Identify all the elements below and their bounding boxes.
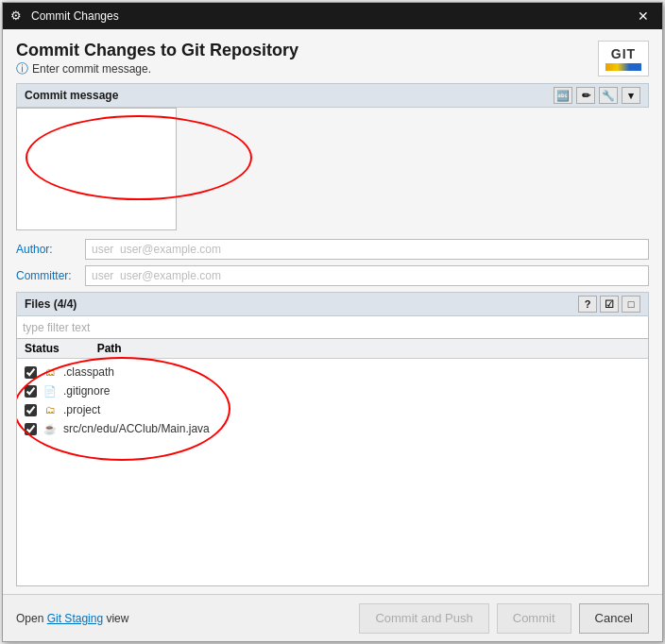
header-left: Commit Changes to Git Repository ⓘ Enter… — [16, 41, 298, 77]
title-bar-text: Commit Changes — [31, 9, 119, 23]
footer-left: Open Git Staging view — [16, 612, 128, 625]
author-row: Author: — [16, 239, 649, 260]
dialog-title: Commit Changes to Git Repository — [16, 41, 298, 60]
file-checkbox-project[interactable] — [25, 404, 37, 416]
settings-icon[interactable]: 🔧 — [599, 87, 618, 104]
author-input[interactable] — [85, 239, 649, 260]
dialog-header: Commit Changes to Git Repository ⓘ Enter… — [16, 41, 649, 77]
file-checkbox-java[interactable] — [25, 423, 37, 435]
dialog-footer: Open Git Staging view Commit and Push Co… — [3, 594, 662, 641]
files-table: Status Path 🗂 .classpath 📄 .gitignore — [16, 339, 649, 586]
footer-view-text: view — [106, 612, 128, 625]
table-row: ☕ src/cn/edu/ACClub/Main.java — [25, 419, 640, 438]
committer-row: Committer: — [16, 265, 649, 286]
files-check-icon[interactable]: ☑ — [600, 296, 619, 313]
author-label: Author: — [16, 243, 77, 256]
files-help-icon[interactable]: ? — [578, 296, 597, 313]
cancel-button[interactable]: Cancel — [579, 603, 649, 634]
commit-button[interactable]: Commit — [497, 603, 571, 634]
title-bar-left: ⚙ Commit Changes — [10, 8, 119, 24]
title-bar: ⚙ Commit Changes ✕ — [3, 3, 662, 29]
git-logo: GIT — [598, 41, 649, 76]
files-expand-icon[interactable]: □ — [622, 296, 640, 313]
commit-message-input[interactable] — [16, 108, 177, 230]
commit-message-icons: 🔤 ✏ 🔧 ▾ — [554, 87, 640, 104]
dropdown-icon[interactable]: ▾ — [622, 87, 640, 104]
info-icon: ⓘ — [16, 60, 28, 77]
footer-buttons: Commit and Push Commit Cancel — [359, 603, 649, 634]
col-status: Status — [25, 342, 60, 355]
commit-and-push-button[interactable]: Commit and Push — [359, 603, 488, 634]
committer-label: Committer: — [16, 269, 77, 282]
file-icon-gitignore: 📄 — [43, 383, 58, 398]
file-checkbox-gitignore[interactable] — [25, 385, 37, 398]
file-icon-project: 🗂 — [43, 402, 58, 417]
table-row: 🗂 .classpath — [25, 363, 640, 381]
files-header: Files (4/4) ? ☑ □ — [16, 292, 649, 316]
committer-input[interactable] — [85, 265, 649, 286]
files-label: Files (4/4) — [25, 297, 77, 311]
files-header-icons: ? ☑ □ — [578, 296, 640, 313]
info-line: ⓘ Enter commit message. — [16, 60, 298, 77]
file-name-java: src/cn/edu/ACClub/Main.java — [63, 422, 210, 435]
files-list: 🗂 .classpath 📄 .gitignore 🗂 .project — [17, 359, 648, 442]
close-button[interactable]: ✕ — [632, 7, 655, 25]
commit-message-section: Commit message 🔤 ✏ 🔧 ▾ — [16, 83, 649, 233]
edit-icon[interactable]: ✏ — [576, 87, 595, 104]
spell-check-icon[interactable]: 🔤 — [554, 87, 572, 104]
commit-dialog: ⚙ Commit Changes ✕ Commit Changes to Git… — [2, 2, 663, 642]
git-logo-text: GIT — [611, 46, 636, 61]
dialog-body: Commit Changes to Git Repository ⓘ Enter… — [3, 29, 662, 594]
files-table-header: Status Path — [17, 339, 648, 359]
table-row: 🗂 .project — [25, 400, 640, 419]
files-filter-input[interactable] — [16, 316, 649, 339]
file-icon-classpath: 🗂 — [43, 364, 58, 380]
table-row: 📄 .gitignore — [25, 381, 640, 400]
dialog-icon: ⚙ — [10, 8, 26, 24]
git-staging-link[interactable]: Git Staging — [47, 612, 103, 625]
git-logo-bar — [605, 63, 641, 71]
commit-message-wrapper — [16, 108, 649, 233]
col-path: Path — [97, 342, 122, 355]
info-text: Enter commit message. — [32, 62, 151, 76]
file-checkbox-classpath[interactable] — [25, 366, 37, 379]
file-icon-java: ☕ — [43, 421, 58, 436]
commit-message-label: Commit message — [25, 89, 118, 102]
file-name-gitignore: .gitignore — [63, 384, 110, 398]
file-name-project: .project — [63, 403, 100, 416]
footer-open-text: Open — [16, 612, 43, 625]
files-section: Files (4/4) ? ☑ □ Status Path 🗂 — [16, 292, 649, 586]
file-name-classpath: .classpath — [63, 365, 114, 379]
commit-message-header: Commit message 🔤 ✏ 🔧 ▾ — [16, 83, 649, 108]
